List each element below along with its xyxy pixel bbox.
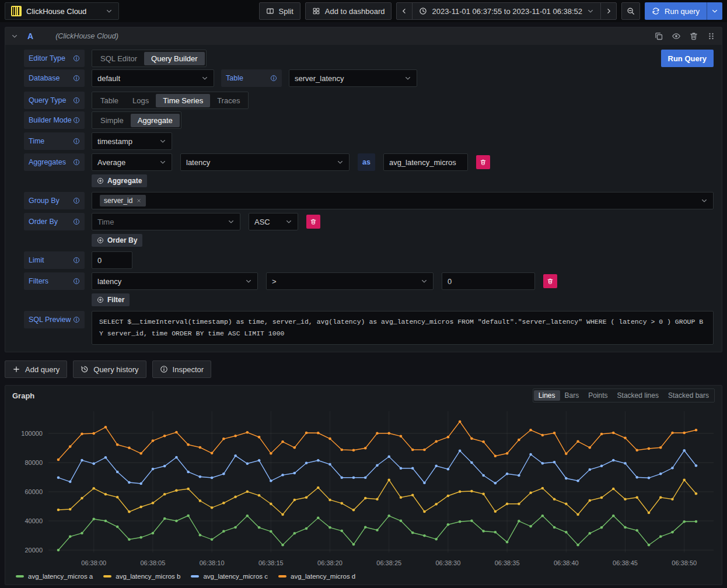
data-point <box>317 487 320 489</box>
info-icon[interactable] <box>73 278 80 285</box>
order-by-field-select[interactable]: Time <box>92 213 240 230</box>
add-order-by-button[interactable]: Order By <box>92 234 142 247</box>
info-icon[interactable] <box>73 117 80 124</box>
aggregate-column-select[interactable]: latency <box>180 153 349 171</box>
option-simple[interactable]: Simple <box>93 114 131 127</box>
option-sql-editor[interactable]: SQL Editor <box>93 52 144 65</box>
zoom-out-button[interactable] <box>621 2 640 20</box>
duplicate-query-icon[interactable] <box>654 32 663 41</box>
data-point <box>317 517 320 520</box>
mode-stacked-lines[interactable]: Stacked lines <box>613 390 663 401</box>
info-icon[interactable] <box>73 218 80 225</box>
info-icon[interactable] <box>73 55 80 62</box>
data-point <box>576 440 579 443</box>
chevron-down-icon <box>159 138 166 145</box>
option-logs[interactable]: Logs <box>125 94 156 107</box>
remove-aggregate-button[interactable] <box>476 155 490 169</box>
info-icon[interactable] <box>270 75 277 82</box>
option-time-series[interactable]: Time Series <box>156 94 210 107</box>
data-point <box>635 529 638 532</box>
limit-input[interactable]: 0 <box>92 251 132 269</box>
latency-chart[interactable]: 2000040000600008000010000006:38:0006:38:… <box>10 405 718 570</box>
add-to-dashboard-button[interactable]: Add to dashboard <box>305 2 392 20</box>
info-icon[interactable] <box>73 138 80 145</box>
order-by-label: Order By <box>24 213 85 230</box>
mode-stacked-bars[interactable]: Stacked bars <box>663 390 714 401</box>
option-query-builder[interactable]: Query Builder <box>144 52 204 65</box>
option-aggregate[interactable]: Aggregate <box>131 114 180 127</box>
add-aggregate-button[interactable]: Aggregate <box>92 174 147 187</box>
data-point <box>387 456 390 459</box>
mode-points[interactable]: Points <box>583 390 612 401</box>
x-axis-tick-label: 06:38:25 <box>376 559 401 566</box>
inspector-button[interactable]: Inspector <box>152 360 211 378</box>
data-point <box>281 440 284 443</box>
x-axis-tick-label: 06:38:10 <box>200 559 225 566</box>
data-point <box>234 454 237 457</box>
filter-operator-select[interactable]: > <box>266 272 434 290</box>
data-point <box>400 496 403 499</box>
info-icon[interactable] <box>73 97 80 104</box>
info-icon[interactable] <box>73 75 80 82</box>
data-point <box>387 432 390 435</box>
legend-item[interactable]: avg_latency_micros c <box>191 573 268 580</box>
data-point <box>163 517 166 520</box>
filter-field-select[interactable]: latency <box>92 272 258 290</box>
time-back-button[interactable] <box>396 2 413 20</box>
info-icon[interactable] <box>73 257 80 264</box>
legend-item[interactable]: avg_latency_micros d <box>278 573 355 580</box>
add-filter-button[interactable]: Filter <box>92 293 130 306</box>
database-select[interactable]: default <box>92 69 214 87</box>
option-traces[interactable]: Traces <box>210 94 247 107</box>
run-query-button[interactable]: Run query <box>645 2 707 20</box>
legend-item[interactable]: avg_latency_micros b <box>103 573 180 580</box>
data-point <box>81 459 83 462</box>
collapse-chevron-icon[interactable] <box>11 33 18 40</box>
time-forward-button[interactable] <box>600 2 617 20</box>
info-icon[interactable] <box>73 197 80 204</box>
legend-label: avg_latency_micros b <box>116 573 180 580</box>
drag-handle-icon[interactable] <box>707 32 716 41</box>
panel-run-query-button[interactable]: Run Query <box>661 50 714 67</box>
option-table[interactable]: Table <box>93 94 125 107</box>
filter-value-input[interactable]: 0 <box>442 272 535 290</box>
data-point <box>293 499 296 502</box>
data-point <box>376 529 379 532</box>
time-range-button[interactable]: 2023-11-01 06:37:55 to 2023-11-01 06:38:… <box>412 2 601 20</box>
run-query-interval-dropdown[interactable] <box>707 2 722 20</box>
time-column-label: Time <box>24 132 85 150</box>
chevron-left-icon <box>401 8 408 15</box>
aggregate-function-select[interactable]: Average <box>92 153 172 171</box>
info-icon[interactable] <box>73 159 80 166</box>
order-direction-select[interactable]: ASC <box>249 213 298 230</box>
legend-label: avg_latency_micros d <box>291 573 355 580</box>
mode-bars[interactable]: Bars <box>560 390 584 401</box>
data-point <box>116 443 119 446</box>
add-query-button[interactable]: Add query <box>5 360 67 378</box>
table-select[interactable]: server_latency <box>289 69 417 87</box>
trash-icon <box>547 278 554 285</box>
mode-lines[interactable]: Lines <box>534 390 560 401</box>
group-by-multiselect[interactable]: server_id <box>92 192 714 209</box>
remove-tag-icon[interactable] <box>136 198 142 204</box>
data-point <box>435 503 438 506</box>
datasource-picker[interactable]: ClickHouse Cloud <box>5 2 119 20</box>
remove-order-by-button[interactable] <box>306 215 320 229</box>
builder-mode-toggle: Simple Aggregate <box>92 111 181 129</box>
query-history-button[interactable]: Query history <box>73 360 146 378</box>
data-point <box>494 455 497 458</box>
time-column-select[interactable]: timestamp <box>92 132 172 150</box>
aggregate-alias-input[interactable]: avg_latency_micros <box>383 153 468 171</box>
data-point <box>529 525 532 528</box>
remove-filter-button[interactable] <box>543 274 557 288</box>
group-by-tag: server_id <box>100 195 146 206</box>
data-point <box>683 449 686 452</box>
info-icon[interactable] <box>73 316 80 323</box>
hide-query-eye-icon[interactable] <box>672 32 681 41</box>
legend-item[interactable]: avg_latency_micros a <box>16 573 93 580</box>
data-point <box>293 532 296 535</box>
editor-type-label: Editor Type <box>24 50 85 67</box>
split-button[interactable]: Split <box>259 2 300 20</box>
chevron-down-icon <box>106 8 113 15</box>
delete-query-trash-icon[interactable] <box>689 32 698 41</box>
